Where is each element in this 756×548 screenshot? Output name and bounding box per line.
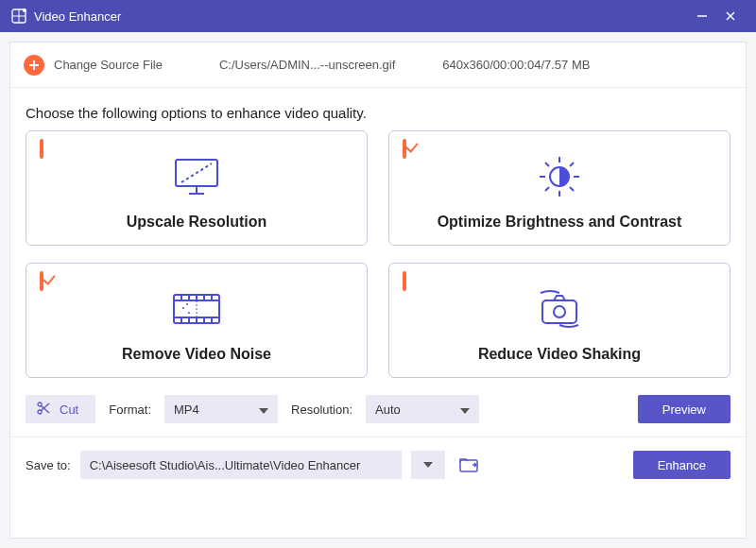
- main-panel: Change Source File C:/Users/ADMIN...--un…: [9, 42, 747, 539]
- open-folder-button[interactable]: [455, 451, 483, 479]
- caret-down-icon: [259, 402, 268, 417]
- source-row: Change Source File C:/Users/ADMIN...--un…: [10, 43, 746, 88]
- preview-button[interactable]: Preview: [638, 395, 730, 423]
- enhance-button[interactable]: Enhance: [633, 451, 730, 479]
- card-label: Remove Video Noise: [122, 346, 271, 363]
- scissors-icon: [37, 402, 50, 418]
- add-source-button[interactable]: [24, 55, 44, 76]
- film-icon: [168, 285, 225, 333]
- format-label: Format:: [109, 402, 151, 417]
- svg-line-18: [545, 163, 549, 166]
- resolution-value: Auto: [375, 402, 401, 417]
- close-button[interactable]: [716, 0, 745, 32]
- svg-point-38: [186, 303, 188, 305]
- save-row: Save to: C:\Aiseesoft Studio\Ais...Ultim…: [10, 437, 746, 494]
- save-to-label: Save to:: [26, 458, 71, 472]
- save-path-dropdown[interactable]: [411, 451, 445, 479]
- save-path-value: C:\Aiseesoft Studio\Ais...Ultimate\Video…: [90, 458, 361, 472]
- card-optimize-brightness[interactable]: Optimize Brightness and Contrast: [388, 130, 730, 246]
- cards-grid: Upscale Resolution Optimize Brightness a…: [10, 130, 746, 387]
- app-title: Video Enhancer: [34, 9, 121, 24]
- card-checkbox[interactable]: [403, 273, 418, 288]
- card-remove-noise[interactable]: Remove Video Noise: [26, 263, 368, 378]
- source-path: C:/Users/ADMIN...--unscreen.gif: [219, 58, 395, 72]
- svg-point-41: [38, 402, 42, 406]
- svg-point-3: [23, 9, 26, 12]
- svg-line-10: [181, 163, 212, 182]
- cut-label: Cut: [60, 402, 78, 417]
- title-bar: Video Enhancer: [0, 0, 756, 32]
- card-checkbox[interactable]: [40, 141, 55, 156]
- minimize-button[interactable]: [688, 0, 716, 32]
- preview-label: Preview: [662, 402, 706, 417]
- save-path-box[interactable]: C:\Aiseesoft Studio\Ais...Ultimate\Video…: [80, 451, 402, 479]
- app-icon: [11, 9, 26, 24]
- source-meta: 640x360/00:00:04/7.57 MB: [442, 58, 590, 72]
- svg-point-42: [38, 410, 42, 414]
- enhance-label: Enhance: [658, 458, 706, 472]
- card-label: Upscale Resolution: [127, 214, 266, 231]
- change-source-link[interactable]: Change Source File: [54, 58, 163, 72]
- card-checkbox[interactable]: [40, 273, 55, 288]
- card-label: Optimize Brightness and Contrast: [438, 214, 682, 231]
- svg-point-40: [554, 306, 565, 317]
- caret-down-icon: [460, 402, 470, 417]
- brightness-icon: [533, 153, 586, 200]
- camera-icon: [531, 285, 588, 333]
- card-checkbox[interactable]: [403, 141, 418, 156]
- svg-line-21: [570, 163, 574, 166]
- card-upscale-resolution[interactable]: Upscale Resolution: [26, 130, 368, 246]
- choose-label: Choose the following options to enhance …: [10, 88, 746, 130]
- svg-point-36: [182, 307, 184, 309]
- controls-row: Cut Format: MP4 Resolution: Auto Preview: [10, 387, 746, 437]
- resolution-select[interactable]: Auto: [366, 395, 479, 423]
- svg-line-20: [545, 187, 549, 191]
- card-reduce-shaking[interactable]: Reduce Video Shaking: [388, 263, 730, 378]
- format-select[interactable]: MP4: [164, 395, 278, 423]
- svg-point-37: [188, 312, 190, 314]
- format-value: MP4: [174, 402, 199, 417]
- cut-button[interactable]: Cut: [26, 395, 95, 423]
- folder-icon: [459, 457, 478, 472]
- svg-line-19: [570, 187, 574, 191]
- svg-rect-39: [542, 300, 576, 323]
- card-label: Reduce Video Shaking: [478, 346, 641, 363]
- resolution-label: Resolution:: [291, 402, 352, 417]
- monitor-icon: [170, 153, 223, 200]
